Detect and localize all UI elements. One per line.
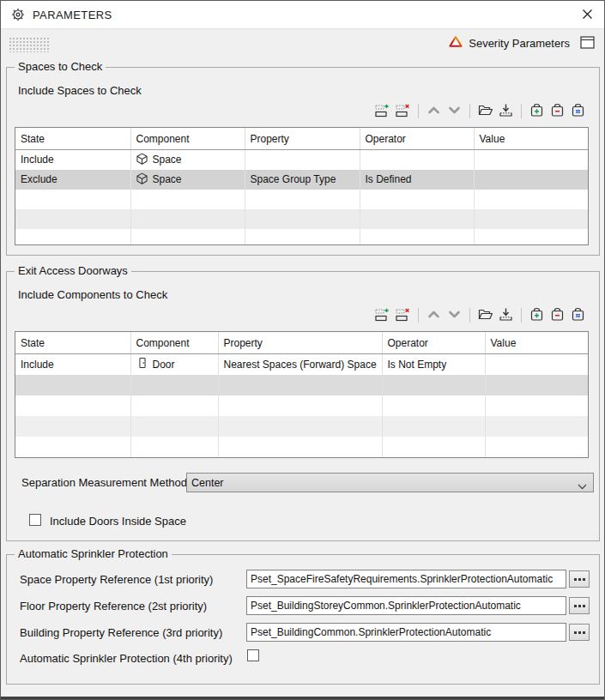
folder-open-icon <box>478 103 493 120</box>
empty-row <box>15 395 588 416</box>
door-icon <box>136 357 148 371</box>
spaces-table-toolbar <box>374 103 586 119</box>
group-title: Spaces to Check <box>15 60 106 73</box>
toolbar-separator <box>521 308 522 323</box>
empty-row <box>15 209 588 229</box>
add-row-button[interactable] <box>374 103 390 119</box>
close-button[interactable] <box>580 9 594 22</box>
import-button[interactable] <box>498 103 514 119</box>
column-header-property: Property <box>245 128 360 150</box>
basket-remove-button[interactable] <box>549 307 566 323</box>
move-up-button[interactable] <box>426 307 442 323</box>
basket-add-button[interactable] <box>529 307 545 323</box>
move-down-button[interactable] <box>446 307 463 323</box>
space-property-browse-button[interactable] <box>569 570 590 588</box>
gear-icon <box>11 8 25 21</box>
chevron-down-icon <box>447 307 462 324</box>
include-doors-checkbox[interactable] <box>29 514 41 526</box>
include-spaces-label: Include Spaces to Check <box>18 84 142 97</box>
basket-remove-icon <box>550 103 565 120</box>
doorways-table-toolbar <box>374 307 586 323</box>
column-header-operator: Operator <box>360 128 474 150</box>
space-property-input[interactable] <box>246 570 566 588</box>
severity-parameters-label: Severity Parameters <box>469 37 570 50</box>
empty-row <box>15 229 588 246</box>
floor-property-label: Floor Property Reference (2st priority) <box>20 600 207 612</box>
severity-warning-icon <box>449 35 463 51</box>
delete-row-icon <box>396 103 410 120</box>
space-cube-icon <box>136 153 148 167</box>
space-cube-icon <box>136 172 148 187</box>
basket-add-icon <box>529 307 544 324</box>
group-title: Exit Access Doorways <box>15 264 131 277</box>
separation-method-value: Center <box>191 477 224 489</box>
separation-method-label: Separation Measurement Method <box>21 476 187 489</box>
basket-add-button[interactable] <box>529 103 545 119</box>
move-down-button[interactable] <box>446 103 463 119</box>
empty-row <box>15 375 588 395</box>
toolbar-separator <box>521 104 522 118</box>
chevron-up-icon <box>427 103 441 120</box>
table-row[interactable]: Include Door Nearest Spaces (Forward) Sp… <box>15 354 588 375</box>
column-header-component: Component <box>130 128 245 150</box>
table-row-selected[interactable]: Exclude Space Space Group Type Is Define… <box>15 170 588 190</box>
spaces-table: State Component Property Operator Value … <box>15 127 589 245</box>
chevron-down-icon <box>447 103 462 120</box>
chevron-down-icon <box>578 480 587 492</box>
move-up-button[interactable] <box>426 103 442 119</box>
space-property-label: Space Property Reference (1st priority) <box>20 573 213 586</box>
basket-set-button[interactable] <box>570 103 586 119</box>
basket-add-icon <box>529 103 544 120</box>
building-property-browse-button[interactable] <box>569 624 590 641</box>
column-header-value: Value <box>485 332 588 354</box>
drag-handle[interactable] <box>9 37 49 52</box>
panel-toggle-button[interactable] <box>580 36 595 49</box>
panel-icon <box>580 36 595 49</box>
parameters-dialog: PARAMETERS Severity Parameters Spaces to… <box>0 0 605 700</box>
import-button[interactable] <box>498 307 514 323</box>
basket-remove-icon <box>550 307 565 324</box>
basket-set-icon <box>571 103 585 120</box>
open-button[interactable] <box>477 307 493 323</box>
building-property-input[interactable] <box>246 623 566 642</box>
column-header-state: State <box>15 332 130 354</box>
toolbar-separator <box>469 104 470 118</box>
delete-row-button[interactable] <box>395 103 411 119</box>
column-header-component: Component <box>130 332 218 354</box>
empty-row <box>15 416 588 437</box>
import-icon <box>499 103 513 120</box>
severity-parameters-button[interactable]: Severity Parameters <box>449 35 570 51</box>
toolbar-separator <box>418 308 419 323</box>
column-header-operator: Operator <box>382 332 485 354</box>
table-header-row: State Component Property Operator Value <box>15 332 588 354</box>
folder-open-icon <box>478 307 493 324</box>
group-title: Automatic Sprinkler Protection <box>15 547 172 560</box>
add-row-button[interactable] <box>374 307 390 323</box>
floor-property-browse-button[interactable] <box>569 597 590 614</box>
table-row[interactable]: Include Space <box>15 150 588 170</box>
import-icon <box>499 307 513 324</box>
empty-row <box>15 190 588 209</box>
table-header-row: State Component Property Operator Value <box>15 128 588 150</box>
basket-remove-button[interactable] <box>549 103 566 119</box>
floor-property-input[interactable] <box>246 596 566 615</box>
sprinkler-checkbox-label: Automatic Sprinkler Protection (4th prio… <box>20 652 233 665</box>
column-header-property: Property <box>218 332 382 354</box>
sprinkler-protection-checkbox[interactable] <box>247 649 259 661</box>
open-button[interactable] <box>477 103 493 119</box>
doorways-table: State Component Property Operator Value … <box>15 331 589 458</box>
toolbar-separator <box>418 104 419 118</box>
delete-row-button[interactable] <box>395 307 411 323</box>
close-icon <box>582 9 593 22</box>
cutoff-divider <box>1 697 604 699</box>
toolbar-separator <box>469 308 470 323</box>
basket-set-button[interactable] <box>570 307 586 323</box>
column-header-value: Value <box>474 128 588 150</box>
add-row-icon <box>375 307 390 324</box>
separation-method-select[interactable]: Center <box>186 473 594 492</box>
window-title: PARAMETERS <box>33 9 112 21</box>
add-row-icon <box>375 103 390 120</box>
empty-row <box>15 437 588 457</box>
title-bar: PARAMETERS <box>1 1 604 29</box>
column-header-state: State <box>15 128 130 150</box>
